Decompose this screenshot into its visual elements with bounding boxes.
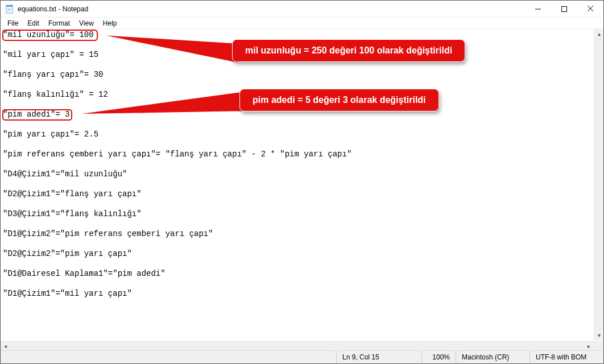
status-encoding: UTF-8 with BOM bbox=[529, 351, 603, 363]
window-controls bbox=[525, 1, 603, 17]
editor-area: "mil uzunluğu"= 100 "mil yarı çapı" = 15… bbox=[1, 29, 603, 350]
svg-rect-1 bbox=[6, 5, 13, 7]
status-position: Ln 9, Col 15 bbox=[336, 351, 421, 363]
menu-edit[interactable]: Edit bbox=[23, 19, 44, 28]
status-zoom: 100% bbox=[421, 351, 456, 363]
statusbar-spacer bbox=[1, 351, 336, 363]
statusbar: Ln 9, Col 15 100% Macintosh (CR) UTF-8 w… bbox=[1, 350, 603, 363]
close-button[interactable] bbox=[577, 1, 603, 17]
window-title: equations.txt - Notepad bbox=[18, 5, 525, 13]
text-content[interactable]: "mil uzunluğu"= 100 "mil yarı çapı" = 15… bbox=[1, 29, 603, 300]
menu-format[interactable]: Format bbox=[44, 19, 75, 28]
scroll-left-icon[interactable]: ◂ bbox=[1, 341, 10, 350]
menubar: File Edit Format View Help bbox=[1, 18, 603, 29]
callout-2: pim adedi = 5 değeri 3 olarak değiştiril… bbox=[239, 89, 439, 111]
vertical-scrollbar[interactable]: ▴ ▾ bbox=[594, 29, 603, 340]
notepad-icon bbox=[5, 5, 14, 14]
horizontal-scrollbar[interactable]: ◂ ▸ bbox=[1, 341, 594, 350]
scroll-corner bbox=[594, 341, 603, 350]
scroll-up-icon[interactable]: ▴ bbox=[594, 29, 603, 39]
maximize-button[interactable] bbox=[551, 1, 577, 17]
status-line-ending: Macintosh (CR) bbox=[456, 351, 529, 363]
menu-file[interactable]: File bbox=[3, 19, 23, 28]
callout-2-text: pim adedi = 5 değeri 3 olarak değiştiril… bbox=[253, 95, 426, 105]
scroll-right-icon[interactable]: ▸ bbox=[584, 341, 594, 350]
menu-help[interactable]: Help bbox=[98, 19, 122, 28]
minimize-button[interactable] bbox=[525, 1, 551, 17]
svg-rect-6 bbox=[562, 6, 567, 11]
menu-view[interactable]: View bbox=[75, 19, 98, 28]
scroll-down-icon[interactable]: ▾ bbox=[594, 330, 603, 340]
callout-1: mil uzunluğu = 250 değeri 100 olarak değ… bbox=[232, 39, 465, 62]
callout-1-text: mil uzunluğu = 250 değeri 100 olarak değ… bbox=[245, 46, 452, 55]
titlebar: equations.txt - Notepad bbox=[1, 1, 603, 18]
